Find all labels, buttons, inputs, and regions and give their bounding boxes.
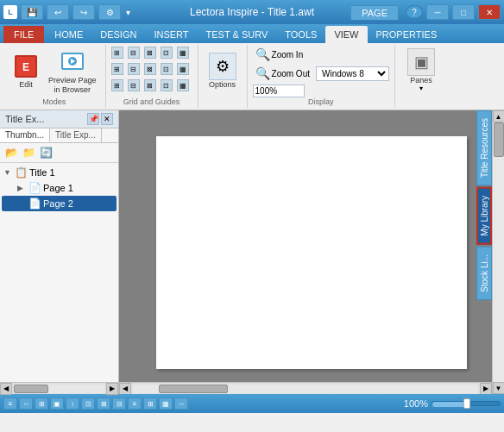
tab-test[interactable]: TEST & SURV	[198, 26, 277, 43]
tab-thumbnails[interactable]: Thumbn...	[0, 128, 50, 142]
refresh-button[interactable]: 🔄	[38, 145, 54, 160]
tab-file[interactable]: FILE	[3, 26, 44, 43]
panes-button[interactable]: ▣ Panes ▾	[400, 47, 442, 94]
undo-button[interactable]: ↩	[47, 4, 69, 20]
grid-icon-8[interactable]: ⊠	[144, 63, 156, 75]
options-label: Options	[209, 80, 236, 89]
canvas-bottom-scroll: ◀ ▶	[119, 382, 492, 394]
status-icon-2[interactable]: ↔	[19, 398, 33, 410]
preview-browser-button[interactable]: Preview Pagein Browser	[45, 47, 100, 97]
page-tab[interactable]: PAGE	[350, 5, 399, 20]
canvas-page[interactable]	[156, 136, 467, 369]
tab-tools[interactable]: TOOLS	[276, 26, 325, 43]
panes-content: ▣ Panes ▾	[400, 47, 442, 106]
collapse-all-button[interactable]: 📁	[21, 145, 36, 160]
options-group: ⚙ Options	[198, 45, 248, 108]
tab-insert[interactable]: INSERT	[145, 26, 197, 43]
svg-text:E: E	[22, 61, 29, 73]
ribbon-tabs: FILE HOME DESIGN INSERT TEST & SURV TOOL…	[0, 24, 504, 43]
grid-icon-15[interactable]: ▦	[177, 79, 189, 91]
zoom-in-button[interactable]: 🔍 Zoom In	[253, 47, 306, 62]
zoom-in-icon: 🔍	[255, 47, 270, 61]
scroll-thumb[interactable]	[494, 122, 504, 157]
tab-title-explorer[interactable]: Title Exp...	[50, 128, 102, 142]
grid-icon-4[interactable]: ⊡	[161, 47, 173, 59]
canvas-hscroll-left[interactable]: ◀	[119, 383, 131, 395]
tab-my-library[interactable]: My Library	[476, 187, 492, 245]
canvas-hscroll-right[interactable]: ▶	[480, 383, 492, 395]
panel-toolbar: 📂 📁 🔄	[0, 143, 118, 163]
grid-icon-13[interactable]: ⊠	[144, 79, 156, 91]
grid-icon-12[interactable]: ⊟	[128, 79, 140, 91]
grid-icon-10[interactable]: ▦	[177, 63, 189, 75]
scroll-down-button[interactable]: ▼	[493, 382, 505, 394]
tree-item-page1[interactable]: ▶ 📄 Page 1	[2, 180, 117, 196]
status-icon-8[interactable]: ⊟	[112, 398, 126, 410]
toggle-title1[interactable]: ▼	[3, 168, 12, 177]
gridguides-group: ⊞ ⊟ ⊠ ⊡ ▦ ⊞ ⊟ ⊠ ⊡ ▦ ⊞ ⊟ ⊠ ⊡ ▦ Grid	[106, 45, 198, 108]
grid-icon-14[interactable]: ⊡	[161, 79, 173, 91]
zoom-handle[interactable]	[463, 398, 470, 409]
left-scroll-left[interactable]: ◀	[0, 383, 12, 395]
scroll-track[interactable]	[493, 122, 505, 382]
tab-view[interactable]: VIEW	[325, 26, 367, 43]
tab-title-resources[interactable]: Title Resources	[476, 110, 492, 185]
app-icon: L	[3, 5, 17, 19]
page2-icon: 📄	[28, 197, 41, 210]
tree-item-page2[interactable]: 📄 Page 2	[2, 196, 117, 211]
zoom-input[interactable]	[253, 85, 305, 97]
canvas-hscroll-track[interactable]	[133, 385, 478, 393]
toggle-page1[interactable]: ▶	[17, 184, 26, 192]
tab-design[interactable]: DESIGN	[91, 26, 145, 43]
status-icon-1[interactable]: ≡	[3, 398, 17, 410]
zoom-percentage: 100%	[404, 398, 428, 409]
config-button[interactable]: ⚙	[98, 4, 121, 20]
minimize-button[interactable]: ─	[426, 4, 449, 20]
tab-properties[interactable]: PROPERTIES	[368, 26, 446, 43]
grid-icon-3[interactable]: ⊠	[144, 47, 156, 59]
title-icon: 📋	[14, 166, 28, 179]
left-scroll-track[interactable]	[14, 385, 104, 393]
status-icon-7[interactable]: ⊠	[97, 398, 110, 410]
zoom-out-button[interactable]: 🔍 Zoom Out	[253, 66, 312, 81]
left-scroll: ◀ ▶	[0, 382, 118, 394]
tab-stock-library[interactable]: Stock Li...	[476, 247, 492, 300]
status-icon-4[interactable]: ▣	[50, 398, 64, 410]
grid-icon-9[interactable]: ⊡	[161, 63, 173, 75]
redo-button[interactable]: ↪	[72, 4, 95, 20]
status-icon-9[interactable]: ≡	[128, 398, 142, 410]
zoom-slider[interactable]	[432, 401, 501, 406]
close-button[interactable]: ✕	[478, 4, 501, 20]
grid-icon-6[interactable]: ⊞	[111, 63, 123, 75]
expand-all-button[interactable]: 📂	[3, 145, 19, 160]
panel-title: Title Ex...	[5, 114, 44, 124]
tab-home[interactable]: HOME	[46, 26, 91, 43]
zoom-out-icon: 🔍	[255, 66, 270, 80]
panel-pin-button[interactable]: 📌	[87, 113, 99, 125]
left-panel: Title Ex... 📌 ✕ Thumbn... Title Exp... 📂…	[0, 110, 119, 394]
panes-label: Panes	[410, 76, 432, 85]
grid-icon-5[interactable]: ▦	[177, 47, 189, 59]
left-scroll-right[interactable]: ▶	[106, 383, 118, 395]
status-icon-6[interactable]: ⊡	[81, 398, 95, 410]
tree-item-title1[interactable]: ▼ 📋 Title 1	[2, 165, 117, 180]
options-button[interactable]: ⚙ Options	[204, 51, 242, 91]
toolbar-dropdown[interactable]: ▾	[126, 8, 130, 17]
edit-button[interactable]: E Edit	[9, 51, 43, 91]
panel-close-button[interactable]: ✕	[101, 113, 113, 125]
grid-icon-7[interactable]: ⊟	[128, 63, 140, 75]
display-select[interactable]: Windows 8 Windows 7	[316, 66, 389, 81]
status-icon-3[interactable]: ⊞	[35, 398, 48, 410]
save-button[interactable]: 💾	[21, 4, 43, 20]
status-icon-10[interactable]: ⊞	[143, 398, 157, 410]
grid-icon-1[interactable]: ⊞	[111, 47, 123, 59]
maximize-button[interactable]: □	[452, 4, 475, 20]
status-icon-12[interactable]: ↔	[174, 398, 188, 410]
grid-icon-11[interactable]: ⊞	[111, 79, 123, 91]
scroll-up-button[interactable]: ▲	[493, 110, 505, 122]
status-icon-5[interactable]: ↕	[66, 398, 79, 410]
vertical-scrollbar[interactable]: ▲ ▼	[492, 110, 504, 394]
status-icon-11[interactable]: ▦	[159, 398, 173, 410]
grid-icon-2[interactable]: ⊟	[128, 47, 140, 59]
help-button[interactable]: ?	[406, 5, 423, 19]
